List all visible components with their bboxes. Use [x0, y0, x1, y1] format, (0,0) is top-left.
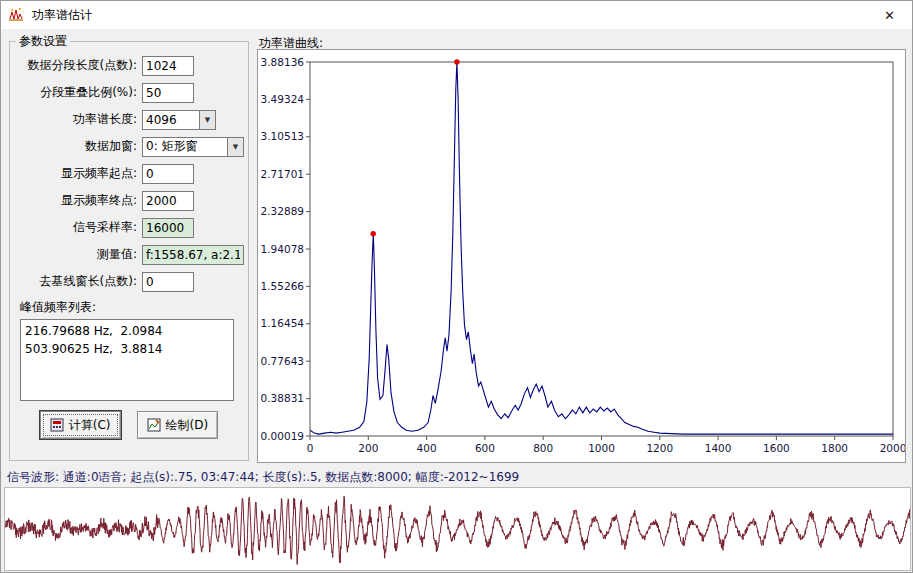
- signal-status-text: 信号波形: 通道:0语音; 起点(s):.75, 03:47:44; 长度(s)…: [7, 469, 519, 486]
- sample-rate-field: [142, 218, 194, 238]
- freq-start-label: 显示频率起点:: [14, 165, 142, 182]
- field-row: 信号采样率:: [14, 214, 244, 241]
- spectrum-length-select[interactable]: 4096 ▼: [142, 110, 216, 130]
- field-row: 显示频率终点:: [14, 187, 244, 214]
- signal-waveform-chart: [5, 488, 910, 570]
- sample-rate-label: 信号采样率:: [14, 219, 142, 236]
- waveform-panel: [4, 487, 911, 571]
- spectrum-chart-panel: 3.881363.493243.105132.717012.328891.940…: [257, 49, 906, 463]
- svg-text:400: 400: [417, 442, 437, 454]
- svg-text:1.16454: 1.16454: [261, 317, 305, 329]
- calculate-button-label: 计算(C): [69, 417, 111, 434]
- baseline-window-input[interactable]: [142, 272, 194, 292]
- svg-text:1200: 1200: [646, 442, 673, 454]
- measured-value-field: [142, 245, 244, 265]
- svg-text:3.10513: 3.10513: [261, 130, 304, 142]
- app-window: 功率谱估计 ✕ 参数设置 数据分段长度(点数): 分段重叠比例(%): 功率谱长…: [0, 0, 913, 573]
- svg-text:2.32889: 2.32889: [261, 205, 304, 217]
- baseline-window-label: 去基线窗长(点数):: [14, 273, 142, 290]
- param-settings-group: 参数设置 数据分段长度(点数): 分段重叠比例(%): 功率谱长度: 4096 …: [9, 33, 249, 461]
- segment-length-label: 数据分段长度(点数):: [14, 57, 142, 74]
- field-row: 功率谱长度: 4096 ▼: [14, 106, 244, 133]
- calculate-button[interactable]: 计算(C): [40, 411, 121, 439]
- calculate-icon: [50, 418, 64, 432]
- field-row: 显示频率起点:: [14, 160, 244, 187]
- svg-text:1.55266: 1.55266: [261, 280, 305, 292]
- svg-text:800: 800: [533, 442, 553, 454]
- field-row: 数据加窗: 0: 矩形窗 ▼: [14, 133, 244, 160]
- app-icon: [8, 7, 24, 23]
- peak-list-label: 峰值频率列表:: [20, 299, 244, 316]
- field-row: 数据分段长度(点数):: [14, 52, 244, 79]
- group-title: 参数设置: [16, 33, 70, 50]
- svg-text:0.00019: 0.00019: [261, 430, 304, 442]
- svg-text:0: 0: [307, 442, 314, 454]
- field-row: 分段重叠比例(%):: [14, 79, 244, 106]
- titlebar[interactable]: 功率谱估计 ✕: [1, 1, 912, 29]
- svg-text:1800: 1800: [821, 442, 848, 454]
- svg-text:1000: 1000: [588, 442, 615, 454]
- close-icon[interactable]: ✕: [867, 1, 912, 29]
- svg-text:3.49324: 3.49324: [261, 93, 305, 105]
- overlap-ratio-label: 分段重叠比例(%):: [14, 84, 142, 101]
- svg-text:1400: 1400: [705, 442, 732, 454]
- svg-text:1.94078: 1.94078: [261, 243, 304, 255]
- peak-list-item[interactable]: 503.90625 Hz, 3.8814: [25, 340, 229, 358]
- peak-frequency-list[interactable]: 216.79688 Hz, 2.0984 503.90625 Hz, 3.881…: [20, 319, 234, 401]
- svg-text:0.38831: 0.38831: [261, 392, 304, 404]
- peak-list-item[interactable]: 216.79688 Hz, 2.0984: [25, 322, 229, 340]
- draw-icon: [147, 418, 161, 432]
- field-row: 去基线窗长(点数):: [14, 268, 244, 295]
- window-type-select[interactable]: 0: 矩形窗 ▼: [142, 137, 244, 157]
- freq-end-label: 显示频率终点:: [14, 192, 142, 209]
- measured-value-label: 测量值:: [14, 246, 142, 263]
- draw-button[interactable]: 绘制(D): [137, 411, 219, 439]
- freq-start-input[interactable]: [142, 164, 194, 184]
- segment-length-input[interactable]: [142, 56, 194, 76]
- svg-text:200: 200: [358, 442, 378, 454]
- svg-text:1600: 1600: [763, 442, 790, 454]
- draw-button-label: 绘制(D): [166, 417, 209, 434]
- chevron-down-icon[interactable]: ▼: [199, 111, 215, 129]
- window-title: 功率谱估计: [32, 7, 92, 24]
- chevron-down-icon[interactable]: ▼: [227, 138, 243, 156]
- spectrum-length-label: 功率谱长度:: [14, 111, 142, 128]
- button-row: 计算(C) 绘制(D): [14, 411, 244, 439]
- spectrum-length-value: 4096: [143, 111, 199, 129]
- field-row: 测量值:: [14, 241, 244, 268]
- svg-text:600: 600: [475, 442, 495, 454]
- window-type-label: 数据加窗:: [14, 138, 142, 155]
- overlap-ratio-input[interactable]: [142, 83, 194, 103]
- window-type-value: 0: 矩形窗: [143, 138, 227, 156]
- freq-end-input[interactable]: [142, 191, 194, 211]
- power-spectrum-chart[interactable]: 3.881363.493243.105132.717012.328891.940…: [258, 50, 905, 462]
- svg-text:0.77643: 0.77643: [261, 355, 304, 367]
- svg-text:2000: 2000: [880, 442, 905, 454]
- svg-text:3.88136: 3.88136: [261, 56, 305, 68]
- svg-text:2.71701: 2.71701: [261, 168, 304, 180]
